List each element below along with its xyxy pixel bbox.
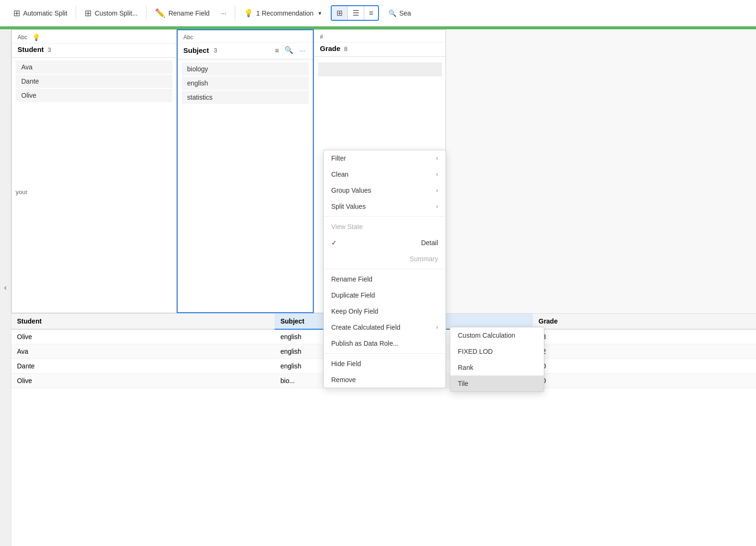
arrow-icon: › (436, 324, 438, 331)
sidebar-toggle[interactable]: ‹ (0, 29, 11, 546)
grade-col-count: 8 (344, 45, 347, 52)
menu-item-detail[interactable]: ✓ Detail (324, 235, 446, 251)
custom-split-icon: ⊞ (85, 8, 92, 18)
arrow-icon: › (436, 155, 438, 162)
submenu-item-fixed-lod[interactable]: FIXED LOD (450, 343, 544, 359)
recommendation-icon-student: 💡 (32, 34, 40, 41)
menu-sep-2 (324, 269, 446, 269)
cell-grade: 70 (533, 373, 756, 388)
recommendation-button[interactable]: 💡 1 Recommendation ▾ (238, 6, 326, 20)
student-panel-header: Abc 💡 (12, 30, 176, 43)
submenu-item-custom-calculation[interactable]: Custom Calculation (450, 327, 544, 343)
grade-type-label: # (320, 34, 323, 40)
separator-2 (146, 6, 146, 21)
cell-grade: 88 (533, 329, 756, 344)
list-item: biology (181, 62, 309, 76)
table-col-grade: Grade (533, 314, 756, 329)
more-button[interactable]: ··· (215, 7, 232, 20)
cell-student: Dante (11, 358, 275, 373)
subject-search-button[interactable]: 🔍 (283, 45, 295, 55)
arrow-icon: › (436, 187, 438, 194)
list-item: Dante (16, 75, 172, 88)
menu-sep-3 (324, 353, 446, 354)
list-item: english (181, 77, 309, 90)
menu-item-split-values[interactable]: Split Values › (324, 198, 446, 214)
custom-split-button[interactable]: ⊞ Custom Split... (79, 5, 143, 21)
menu-item-create-calculated-field[interactable]: Create Calculated Field › (324, 319, 446, 335)
table-col-student: Student (11, 314, 275, 329)
cell-grade: 90 (533, 358, 756, 373)
subject-col-name: Subject (183, 46, 209, 54)
cell-student: Ava (11, 344, 275, 358)
view-btn-list[interactable]: ≡ (364, 6, 378, 20)
menu-item-filter[interactable]: Filter › (324, 150, 446, 166)
menu-item-summary: ✓ Summary (324, 251, 446, 267)
cell-grade: 92 (533, 344, 756, 358)
rename-icon: ✏️ (155, 8, 165, 18)
student-col-count: 3 (48, 46, 51, 53)
grade-name-row: Grade 8 (314, 43, 446, 57)
student-col-data: Ava Dante Olive (12, 58, 176, 313)
view-toggle-group: ⊞ ☰ ≡ (331, 5, 379, 21)
menu-sep-1 (324, 216, 446, 217)
subject-type-label: Abc (183, 34, 193, 41)
panels-area: Abc 💡 Student 3 Ava Dante Olive your Abc (11, 29, 756, 546)
separator-1 (76, 6, 76, 21)
search-icon: 🔍 (388, 9, 396, 17)
subject-col-data: biology english statistics (178, 60, 313, 312)
subject-panel-header: Abc (178, 30, 313, 43)
student-name-row: Student 3 (12, 43, 176, 58)
menu-item-remove[interactable]: Remove (324, 372, 446, 388)
bulb-icon: 💡 (244, 9, 253, 17)
menu-item-group-values[interactable]: Group Values › (324, 182, 446, 198)
menu-item-view-state: View State (324, 219, 446, 235)
context-menu: Filter › Clean › Group Values › Split Va… (323, 150, 446, 388)
grade-panel-header: # (314, 30, 446, 43)
view-btn-card[interactable]: ⊞ (332, 6, 347, 20)
grade-bar (318, 62, 442, 77)
menu-item-duplicate-field[interactable]: Duplicate Field (324, 287, 446, 303)
chevron-down-icon: ▾ (318, 10, 321, 17)
auto-split-icon: ⊞ (13, 8, 20, 18)
subject-more-button[interactable]: ··· (297, 45, 307, 55)
menu-item-keep-only-field[interactable]: Keep Only Field (324, 303, 446, 319)
left-label: your (12, 185, 31, 199)
subject-col-count: 3 (214, 47, 217, 54)
list-item: statistics (181, 91, 309, 104)
subject-panel: Abc Subject 3 ≡ 🔍 ··· biology english st… (177, 29, 314, 313)
main-area: ‹ Abc 💡 Student 3 Ava Dante Olive (0, 29, 756, 546)
rename-field-button[interactable]: ✏️ Rename Field (149, 5, 215, 21)
view-btn-table[interactable]: ☰ (347, 6, 364, 20)
student-panel: Abc 💡 Student 3 Ava Dante Olive your (11, 29, 177, 313)
toolbar: ⊞ Automatic Split ⊞ Custom Split... ✏️ R… (0, 0, 756, 26)
search-button[interactable]: 🔍 Sea (383, 7, 417, 20)
submenu-item-rank[interactable]: Rank (450, 359, 544, 375)
student-col-name: Student (17, 45, 44, 53)
submenu-calculated-field: Custom Calculation FIXED LOD Rank Tile (450, 327, 544, 392)
menu-item-hide-field[interactable]: Hide Field (324, 356, 446, 372)
arrow-icon: › (436, 171, 438, 178)
student-type-label: Abc (17, 34, 27, 41)
filter-sort-button[interactable]: ≡ (273, 45, 281, 55)
auto-split-button[interactable]: ⊞ Automatic Split (8, 5, 73, 21)
list-item: Ava (16, 60, 172, 74)
chevron-left-icon: ‹ (4, 283, 7, 292)
menu-item-rename-field[interactable]: Rename Field (324, 271, 446, 287)
separator-3 (235, 6, 235, 21)
submenu-item-tile[interactable]: Tile (450, 375, 544, 392)
cell-student: Olive (11, 329, 275, 344)
cell-student: Olive (11, 373, 275, 388)
menu-item-clean[interactable]: Clean › (324, 166, 446, 182)
subject-name-row: Subject 3 ≡ 🔍 ··· (178, 43, 313, 60)
menu-item-publish-data-role[interactable]: Publish as Data Role... (324, 335, 446, 351)
arrow-icon: › (436, 203, 438, 210)
list-item: Olive (16, 89, 172, 102)
grade-col-name: Grade (320, 44, 340, 52)
subject-col-actions: ≡ 🔍 ··· (273, 45, 307, 55)
